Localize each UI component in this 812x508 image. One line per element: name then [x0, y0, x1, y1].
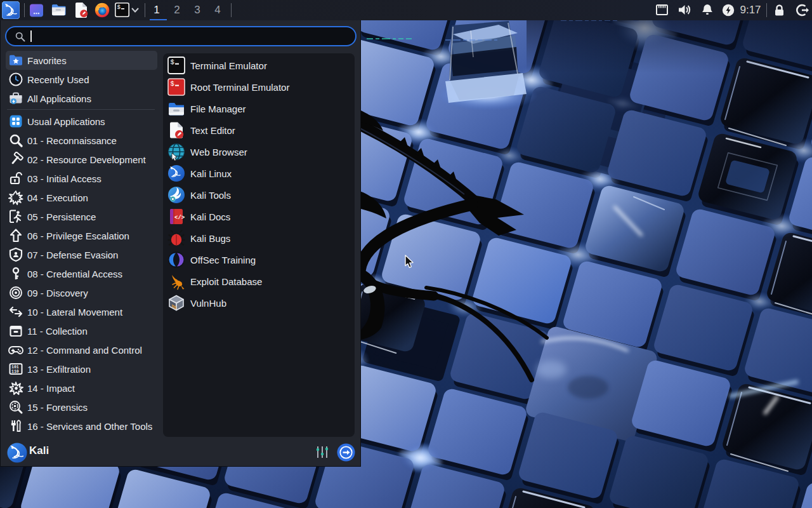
- svg-text:110: 110: [11, 370, 19, 374]
- svg-text:101: 101: [11, 365, 19, 370]
- svg-text:$: $: [170, 80, 174, 88]
- svg-text:$: $: [117, 4, 121, 11]
- svg-text:$: $: [170, 58, 174, 66]
- svg-text:</>: </>: [174, 215, 185, 221]
